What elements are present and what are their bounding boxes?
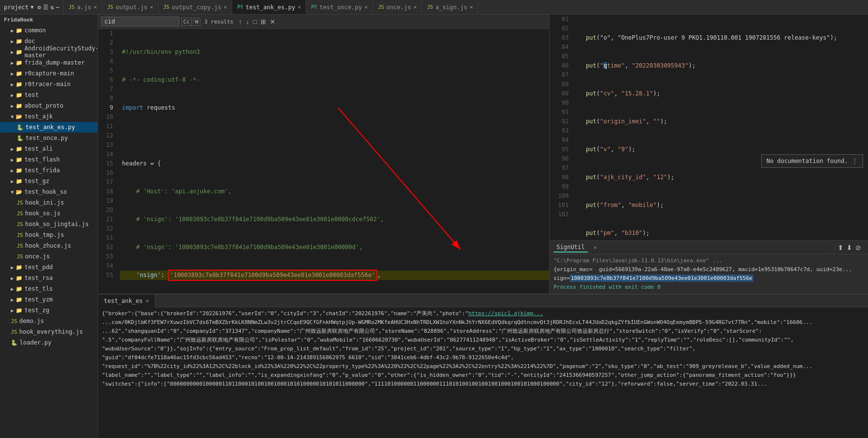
close-icon[interactable]: ✕ (364, 4, 368, 10)
project-dropdown[interactable]: project ▼ ⚙ ☰ ⇅ ⋯ (0, 0, 64, 15)
sidebar-item-test-rsa[interactable]: ▶ 📁 test_rsa (0, 273, 97, 283)
ln: 101 (550, 201, 569, 210)
java-code-lines[interactable]: put("o", "OnePlus7Pro-user 9 PKQ1.190110… (572, 15, 868, 240)
sidebar-item-hook-so[interactable]: JS hook_so.js (0, 208, 97, 219)
tab-a-js[interactable]: JS a.js ✕ (64, 0, 102, 15)
folder-icon: 📁 (16, 27, 23, 34)
search-input[interactable] (101, 17, 179, 26)
tab-output-js[interactable]: JS output.js ✕ (102, 0, 159, 15)
ln: 99 (550, 182, 569, 191)
expand-icon[interactable]: □ (251, 18, 258, 26)
js-file-icon: JS (107, 4, 113, 10)
close-icon[interactable]: ✕ (298, 4, 301, 10)
java-line: put("qtime", "20220303095943"); (572, 61, 868, 70)
sidebar-item-test-once[interactable]: 🐍 test_once.py (0, 133, 97, 143)
tab-test-once-py[interactable]: PY test_once.py ✕ (306, 0, 373, 15)
sidebar-label: hook_so_jingtai.js (25, 221, 89, 228)
sidebar-item-test-zg[interactable]: ▶ 📁 test_zg (0, 305, 97, 316)
ln: 95 (550, 145, 569, 154)
ln: 19 (98, 196, 116, 206)
sidebar-item-once-js[interactable]: JS once.js (0, 251, 97, 262)
comment: # -*- coding:utf-8 -*- (122, 75, 200, 85)
sidebar-item-hook-everything[interactable]: JS hook_everything.js (0, 326, 97, 337)
sidebar-item-android[interactable]: ▶ 📁 AndroidSecurityStudy-master (0, 46, 97, 57)
next-result-button[interactable]: ↓ (244, 18, 251, 26)
tab-test-ank-es-py[interactable]: PY test_ank_es.py ✕ (232, 0, 306, 15)
close-icon[interactable]: ✕ (470, 4, 473, 10)
sidebar-item-test-ali[interactable]: ▶ 📁 test_ali (0, 143, 97, 154)
arrow-icon: ▶ (11, 265, 14, 270)
sidebar-item-test-ajk[interactable]: ▼ 📂 test_ajk (0, 111, 97, 122)
sidebar-item-test-frida[interactable]: ▶ 📁 test_frida (0, 165, 97, 176)
sidebar-item-hook-tmp[interactable]: JS hook_tmp.js (0, 230, 97, 240)
sidebar-item-test-ank-es[interactable]: 🐍 test_ank_es.py (0, 122, 97, 133)
close-icon[interactable]: ✕ (94, 4, 97, 10)
close-icon[interactable]: ✕ (413, 4, 417, 10)
sidebar-item-r0capture[interactable]: ▶ 📁 r0capture-main (0, 68, 97, 79)
case-sensitive-icon[interactable]: Cc (181, 18, 192, 26)
close-run-tab[interactable]: ✕ (594, 244, 597, 251)
line-numbers: 1 2 3 4 5 6 7 8 9 10 11 12 13 (98, 29, 120, 294)
tab-a-sign-js[interactable]: JS a_sign.js ✕ (422, 0, 479, 15)
terminal-content[interactable]: {"broker":{"base":{"brokerId":"202261976… (98, 307, 868, 438)
java-line: put("o", "OnePlus7Pro-user 9 PKQ1.190110… (572, 33, 868, 43)
pin-icon[interactable]: ⊞ (259, 18, 267, 26)
sidebar-item-common[interactable]: ▶ 📁 common (0, 25, 97, 36)
folder-icon: 📁 (16, 167, 23, 174)
folder-icon: 📂 (16, 114, 23, 120)
sidebar-item-hook-so-jt[interactable]: JS hook_so_jingtai.js (0, 219, 97, 230)
prev-result-button[interactable]: ↑ (237, 18, 243, 26)
tooltip-more-icon[interactable]: ⋮ (852, 158, 858, 164)
settings-icon[interactable]: ⚙ (38, 4, 41, 11)
sidebar-item-demo-js[interactable]: JS demo.js (0, 316, 97, 326)
terminal-tab-close[interactable]: ✕ (145, 298, 149, 304)
dots-icon[interactable]: ⋯ (56, 4, 59, 11)
tab-output-copy-js[interactable]: JS output_copy.js ✕ (159, 0, 233, 15)
sidebar-item-test-hook-so[interactable]: ▼ 📂 test_hook_so (0, 186, 97, 197)
py-file-icon: 🐍 (17, 124, 24, 131)
run-tab-signutil[interactable]: SignUtil (554, 243, 588, 253)
java-line-numbers: 81 82 83 84 85 86 87 88 89 90 91 92 (550, 15, 572, 240)
sidebar-item-test-tls[interactable]: ▶ 📁 test_tls (0, 283, 97, 294)
close-icon[interactable]: ✕ (224, 4, 227, 10)
folder-icon: 📁 (16, 38, 23, 45)
tab-bar: project ▼ ⚙ ☰ ⇅ ⋯ JS a.js ✕ JS output.js… (0, 0, 868, 15)
ln: 91 (550, 108, 569, 117)
sidebar-item-test-yzm[interactable]: ▶ 📁 test_yzm (0, 294, 97, 305)
run-exit-line: Process finished with exit code 0 (554, 283, 864, 292)
whole-word-icon[interactable]: W (193, 18, 200, 26)
close-search-button[interactable]: ✕ (268, 18, 277, 26)
tab-once-js[interactable]: JS once.js ✕ (373, 0, 422, 15)
ln: 5 (98, 66, 116, 75)
terminal-tab-active[interactable]: test_ank_es ✕ (98, 295, 155, 307)
sidebar-label: test_flash (24, 156, 60, 163)
close-icon[interactable]: ✕ (150, 4, 153, 10)
sidebar-item-r0tracer[interactable]: ▶ 📁 r0tracer-main (0, 79, 97, 90)
sidebar-item-test[interactable]: ▶ 📁 test (0, 90, 97, 100)
sidebar-label: test_ajk (24, 113, 53, 120)
sidebar-item-test-pdd[interactable]: ▶ 📁 test_pdd (0, 262, 97, 273)
scroll-down-icon[interactable]: ⬇ (846, 244, 852, 252)
scroll-up-icon[interactable]: ⬆ (838, 244, 844, 252)
arrow-icon: ▶ (11, 297, 14, 302)
sidebar-label: hook_so.js (25, 210, 60, 217)
arrow-icon: ▶ (11, 168, 14, 173)
sidebar-item-test-gz[interactable]: ▶ 📁 test_gz (0, 176, 97, 186)
clear-icon[interactable]: ⊘ (855, 244, 861, 252)
ln: 4 (98, 57, 116, 66)
list-icon[interactable]: ☰ (43, 4, 48, 11)
terminal-line: "guid":"df04dcfe7118a46ac15fd3cbc56ad453… (102, 353, 864, 362)
sidebar-item-about-proto[interactable]: ▶ 📁 about_proto (0, 100, 97, 111)
search-count: 3 results (204, 19, 234, 25)
sidebar-item-frida-dump[interactable]: ▶ 📁 frida_dump-master (0, 57, 97, 68)
sidebar-item-loader-py[interactable]: 🐍 loader.py (0, 337, 97, 348)
sidebar-item-test-flash[interactable]: ▶ 📁 test_flash (0, 154, 97, 165)
ln: 89 (550, 89, 569, 98)
sidebar-item-hook-ini[interactable]: JS hook_ini.js (0, 197, 97, 208)
code-lines[interactable]: #!/usr/bin/env python3 # -*- coding:utf-… (120, 29, 549, 294)
terminal-line: "wubaUserSource":"0"}},"sojInfo":{"entry… (102, 345, 864, 353)
terminal-panel: test_ank_es ✕ {"broker":{"base":{"broker… (98, 294, 868, 438)
run-panel-header: SignUtil ✕ ⬆ ⬇ ⊘ (550, 241, 868, 254)
sidebar-item-hook-zhuce[interactable]: JS hook_zhuce.js (0, 240, 97, 251)
sort-icon[interactable]: ⇅ (50, 4, 54, 11)
